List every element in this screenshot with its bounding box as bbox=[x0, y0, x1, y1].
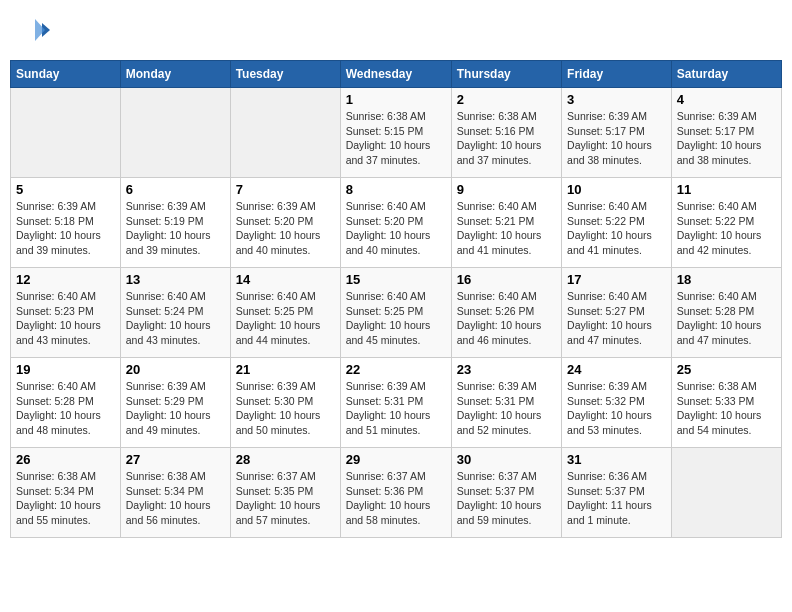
day-number: 9 bbox=[457, 182, 556, 197]
calendar-cell: 30Sunrise: 6:37 AMSunset: 5:37 PMDayligh… bbox=[451, 448, 561, 538]
calendar-week-row: 12Sunrise: 6:40 AMSunset: 5:23 PMDayligh… bbox=[11, 268, 782, 358]
day-info: Sunrise: 6:39 AMSunset: 5:19 PMDaylight:… bbox=[126, 199, 225, 258]
calendar-cell: 23Sunrise: 6:39 AMSunset: 5:31 PMDayligh… bbox=[451, 358, 561, 448]
calendar-cell: 18Sunrise: 6:40 AMSunset: 5:28 PMDayligh… bbox=[671, 268, 781, 358]
weekday-header: Tuesday bbox=[230, 61, 340, 88]
calendar-cell: 16Sunrise: 6:40 AMSunset: 5:26 PMDayligh… bbox=[451, 268, 561, 358]
calendar-cell: 24Sunrise: 6:39 AMSunset: 5:32 PMDayligh… bbox=[562, 358, 672, 448]
calendar-cell bbox=[230, 88, 340, 178]
day-number: 17 bbox=[567, 272, 666, 287]
calendar-cell: 14Sunrise: 6:40 AMSunset: 5:25 PMDayligh… bbox=[230, 268, 340, 358]
calendar-table: SundayMondayTuesdayWednesdayThursdayFrid… bbox=[10, 60, 782, 538]
day-info: Sunrise: 6:40 AMSunset: 5:25 PMDaylight:… bbox=[236, 289, 335, 348]
calendar-cell: 4Sunrise: 6:39 AMSunset: 5:17 PMDaylight… bbox=[671, 88, 781, 178]
calendar-cell: 27Sunrise: 6:38 AMSunset: 5:34 PMDayligh… bbox=[120, 448, 230, 538]
day-number: 22 bbox=[346, 362, 446, 377]
day-info: Sunrise: 6:39 AMSunset: 5:29 PMDaylight:… bbox=[126, 379, 225, 438]
calendar-cell: 28Sunrise: 6:37 AMSunset: 5:35 PMDayligh… bbox=[230, 448, 340, 538]
day-number: 11 bbox=[677, 182, 776, 197]
calendar-cell: 29Sunrise: 6:37 AMSunset: 5:36 PMDayligh… bbox=[340, 448, 451, 538]
day-info: Sunrise: 6:40 AMSunset: 5:20 PMDaylight:… bbox=[346, 199, 446, 258]
day-number: 12 bbox=[16, 272, 115, 287]
calendar-cell bbox=[120, 88, 230, 178]
day-number: 5 bbox=[16, 182, 115, 197]
day-number: 7 bbox=[236, 182, 335, 197]
calendar-cell bbox=[671, 448, 781, 538]
day-number: 10 bbox=[567, 182, 666, 197]
day-info: Sunrise: 6:40 AMSunset: 5:22 PMDaylight:… bbox=[677, 199, 776, 258]
calendar-cell: 15Sunrise: 6:40 AMSunset: 5:25 PMDayligh… bbox=[340, 268, 451, 358]
day-info: Sunrise: 6:37 AMSunset: 5:35 PMDaylight:… bbox=[236, 469, 335, 528]
day-info: Sunrise: 6:36 AMSunset: 5:37 PMDaylight:… bbox=[567, 469, 666, 528]
day-number: 18 bbox=[677, 272, 776, 287]
day-number: 8 bbox=[346, 182, 446, 197]
day-number: 23 bbox=[457, 362, 556, 377]
day-number: 14 bbox=[236, 272, 335, 287]
calendar-cell: 8Sunrise: 6:40 AMSunset: 5:20 PMDaylight… bbox=[340, 178, 451, 268]
day-number: 30 bbox=[457, 452, 556, 467]
calendar-cell: 17Sunrise: 6:40 AMSunset: 5:27 PMDayligh… bbox=[562, 268, 672, 358]
weekday-header: Thursday bbox=[451, 61, 561, 88]
day-info: Sunrise: 6:39 AMSunset: 5:17 PMDaylight:… bbox=[677, 109, 776, 168]
day-info: Sunrise: 6:38 AMSunset: 5:34 PMDaylight:… bbox=[16, 469, 115, 528]
calendar-cell: 1Sunrise: 6:38 AMSunset: 5:15 PMDaylight… bbox=[340, 88, 451, 178]
day-number: 15 bbox=[346, 272, 446, 287]
calendar-week-row: 1Sunrise: 6:38 AMSunset: 5:15 PMDaylight… bbox=[11, 88, 782, 178]
calendar-cell: 9Sunrise: 6:40 AMSunset: 5:21 PMDaylight… bbox=[451, 178, 561, 268]
calendar-cell: 21Sunrise: 6:39 AMSunset: 5:30 PMDayligh… bbox=[230, 358, 340, 448]
day-number: 1 bbox=[346, 92, 446, 107]
day-info: Sunrise: 6:40 AMSunset: 5:23 PMDaylight:… bbox=[16, 289, 115, 348]
calendar-week-row: 19Sunrise: 6:40 AMSunset: 5:28 PMDayligh… bbox=[11, 358, 782, 448]
calendar-cell: 5Sunrise: 6:39 AMSunset: 5:18 PMDaylight… bbox=[11, 178, 121, 268]
day-number: 6 bbox=[126, 182, 225, 197]
logo bbox=[20, 15, 54, 45]
calendar-cell: 11Sunrise: 6:40 AMSunset: 5:22 PMDayligh… bbox=[671, 178, 781, 268]
calendar-cell: 10Sunrise: 6:40 AMSunset: 5:22 PMDayligh… bbox=[562, 178, 672, 268]
calendar-cell: 22Sunrise: 6:39 AMSunset: 5:31 PMDayligh… bbox=[340, 358, 451, 448]
day-info: Sunrise: 6:40 AMSunset: 5:21 PMDaylight:… bbox=[457, 199, 556, 258]
day-info: Sunrise: 6:38 AMSunset: 5:15 PMDaylight:… bbox=[346, 109, 446, 168]
calendar-cell: 13Sunrise: 6:40 AMSunset: 5:24 PMDayligh… bbox=[120, 268, 230, 358]
day-info: Sunrise: 6:39 AMSunset: 5:30 PMDaylight:… bbox=[236, 379, 335, 438]
day-info: Sunrise: 6:40 AMSunset: 5:26 PMDaylight:… bbox=[457, 289, 556, 348]
calendar-cell bbox=[11, 88, 121, 178]
weekday-header: Monday bbox=[120, 61, 230, 88]
day-info: Sunrise: 6:39 AMSunset: 5:32 PMDaylight:… bbox=[567, 379, 666, 438]
day-number: 20 bbox=[126, 362, 225, 377]
day-info: Sunrise: 6:39 AMSunset: 5:31 PMDaylight:… bbox=[457, 379, 556, 438]
day-number: 13 bbox=[126, 272, 225, 287]
calendar-cell: 7Sunrise: 6:39 AMSunset: 5:20 PMDaylight… bbox=[230, 178, 340, 268]
weekday-header: Wednesday bbox=[340, 61, 451, 88]
svg-marker-1 bbox=[35, 19, 45, 41]
day-info: Sunrise: 6:40 AMSunset: 5:28 PMDaylight:… bbox=[677, 289, 776, 348]
day-info: Sunrise: 6:38 AMSunset: 5:33 PMDaylight:… bbox=[677, 379, 776, 438]
day-number: 3 bbox=[567, 92, 666, 107]
day-number: 29 bbox=[346, 452, 446, 467]
weekday-header: Sunday bbox=[11, 61, 121, 88]
day-info: Sunrise: 6:39 AMSunset: 5:31 PMDaylight:… bbox=[346, 379, 446, 438]
logo-icon bbox=[20, 15, 50, 45]
day-info: Sunrise: 6:40 AMSunset: 5:24 PMDaylight:… bbox=[126, 289, 225, 348]
calendar-cell: 6Sunrise: 6:39 AMSunset: 5:19 PMDaylight… bbox=[120, 178, 230, 268]
calendar-week-row: 26Sunrise: 6:38 AMSunset: 5:34 PMDayligh… bbox=[11, 448, 782, 538]
day-number: 4 bbox=[677, 92, 776, 107]
weekday-header: Friday bbox=[562, 61, 672, 88]
day-number: 31 bbox=[567, 452, 666, 467]
day-number: 21 bbox=[236, 362, 335, 377]
day-info: Sunrise: 6:37 AMSunset: 5:37 PMDaylight:… bbox=[457, 469, 556, 528]
day-info: Sunrise: 6:40 AMSunset: 5:25 PMDaylight:… bbox=[346, 289, 446, 348]
day-number: 2 bbox=[457, 92, 556, 107]
day-number: 25 bbox=[677, 362, 776, 377]
day-number: 19 bbox=[16, 362, 115, 377]
day-number: 27 bbox=[126, 452, 225, 467]
day-info: Sunrise: 6:40 AMSunset: 5:27 PMDaylight:… bbox=[567, 289, 666, 348]
calendar-cell: 25Sunrise: 6:38 AMSunset: 5:33 PMDayligh… bbox=[671, 358, 781, 448]
calendar-cell: 19Sunrise: 6:40 AMSunset: 5:28 PMDayligh… bbox=[11, 358, 121, 448]
calendar-cell: 26Sunrise: 6:38 AMSunset: 5:34 PMDayligh… bbox=[11, 448, 121, 538]
calendar-cell: 31Sunrise: 6:36 AMSunset: 5:37 PMDayligh… bbox=[562, 448, 672, 538]
weekday-header: Saturday bbox=[671, 61, 781, 88]
day-number: 26 bbox=[16, 452, 115, 467]
calendar-cell: 3Sunrise: 6:39 AMSunset: 5:17 PMDaylight… bbox=[562, 88, 672, 178]
day-info: Sunrise: 6:39 AMSunset: 5:20 PMDaylight:… bbox=[236, 199, 335, 258]
day-info: Sunrise: 6:40 AMSunset: 5:28 PMDaylight:… bbox=[16, 379, 115, 438]
